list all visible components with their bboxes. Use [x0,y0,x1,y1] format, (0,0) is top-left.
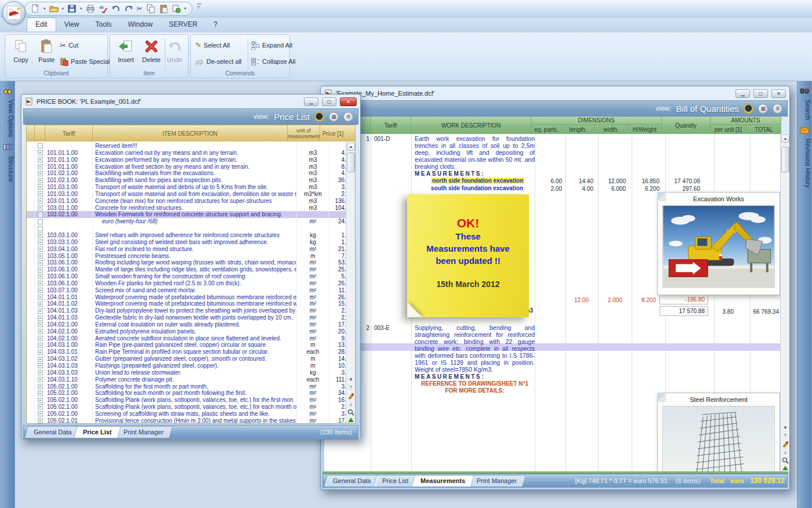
zoom-icon[interactable] [781,457,789,465]
expand-icon[interactable]: + [35,259,45,266]
expand-icon[interactable]: + [35,335,45,342]
expand-all-button[interactable]: Expand All [251,39,292,51]
work-description[interactable]: Supplying, cutting, bending andstraighte… [415,324,535,373]
expand-icon[interactable]: + [35,294,45,301]
price-list-row[interactable]: euro (twenty-four /68) m² 24.68 [27,218,355,225]
price-list-row[interactable]: − 103.02.1.00 Wooden Formwork for reinfo… [27,211,355,218]
col-tariff[interactable]: Tariff [45,125,93,141]
undo-icon[interactable] [111,3,121,14]
estimate-maximize-button[interactable]: ▢ [753,89,768,98]
price-list-row[interactable]: + 103.05.1.00 Prestressed concrete beams… [27,253,355,260]
view-eye-button[interactable] [314,112,324,122]
view-calculator-button[interactable]: ▦ [758,104,768,114]
save-icon[interactable] [67,3,77,14]
price-list-row[interactable] [27,225,355,232]
expand-icon[interactable]: + [35,253,45,260]
tab-window[interactable]: Window [120,18,161,31]
scroll-up-icon[interactable]: ▲ [781,135,789,143]
expand-icon[interactable]: − [35,211,45,218]
price-list-row[interactable]: Reserved item!!! [27,143,355,150]
expand-icon[interactable]: + [35,266,45,273]
est-tab-print-manager[interactable]: Print Manager [467,475,526,487]
rail-structure[interactable]: Structure [1,156,14,182]
copy-icon[interactable] [146,3,155,14]
tab-view[interactable]: View [56,18,88,31]
expand-icon[interactable]: + [35,369,45,376]
insert-button[interactable]: Insert [113,37,139,70]
collapse-all-button[interactable]: Collapse All [251,56,295,67]
price-list-row[interactable]: + 103.04.1.00 Flat roof or inclined to m… [27,246,355,253]
cut-button[interactable]: ✂ Cut [60,39,78,51]
est-tab-measurements[interactable]: Measurements [411,475,474,487]
measure-label-north[interactable]: north side foundation excavation [431,177,524,184]
col-amounts[interactable]: AMOUNTS [710,117,781,125]
price-list-row[interactable]: + 104.02.1.00 Extruded polystyrene insul… [27,328,355,335]
price-list-row[interactable]: + 101.03.1.00 Transport of waste materia… [27,191,355,198]
price-list-row[interactable]: + 104.02.1.00 External coat insulation o… [27,321,355,328]
expand-icon[interactable]: + [35,355,45,362]
price-list-row[interactable]: + 104.01.1.03 Dry-laid polypropylene tow… [27,307,355,314]
expand-icon[interactable]: + [35,184,45,191]
expand-icon[interactable]: + [35,198,45,205]
price-list-row[interactable]: + 104.03.1.01 Rain Pipe Terminal in prof… [27,349,355,355]
expand-icon[interactable]: + [35,383,45,390]
price-list-row[interactable]: + 101.01.1.00 Excavation performed by an… [27,157,355,164]
col-price[interactable]: Price [1] [320,125,346,141]
price-book-scrollbar[interactable]: ▲ ▼ ⤒ ⤓ [346,142,355,423]
price-list-row[interactable]: + 104.02.1.00 Aerated concrete subfloor … [27,335,355,342]
prev-item-icon[interactable]: ⤒ [781,433,789,440]
price-list-row[interactable]: + 103.06.1.00 Small wooden framing for t… [27,273,355,280]
price-list-row[interactable]: + 101.01.1.00 Excavation carried out by … [27,150,355,157]
price-list-row[interactable]: + 101.03.1.00 Transport of waste materia… [27,184,355,191]
goto-item-icon[interactable] [781,441,789,448]
expand-icon[interactable]: + [35,177,45,184]
steel-annotation-card[interactable]: Steel Reinforcement [657,393,780,471]
expand-icon[interactable]: + [35,239,45,246]
estimate-minimize-button[interactable]: ▁ [735,89,750,98]
paste-button[interactable]: Paste [33,37,60,70]
col-tariff[interactable]: Tariff [371,117,411,134]
open-dropdown-icon[interactable]: ▾ [62,6,64,11]
price-list-row[interactable]: + 101.02.1.00 Backfilling with sand for … [27,177,355,184]
price-list-row[interactable]: + 104.01.1.02 Waterproof covering made o… [27,300,355,307]
view-tools-button[interactable]: ⚙ [773,104,782,114]
price-list-row[interactable]: + 103.03.1.00 Steel grid consisting of w… [27,239,355,246]
expand-icon[interactable]: + [35,390,45,397]
view-eye-button[interactable] [744,104,753,114]
expand-icon[interactable]: + [35,328,45,335]
expand-icon[interactable]: + [35,232,45,239]
scrollbar-thumb[interactable] [781,147,789,172]
expand-icon[interactable]: + [35,191,45,198]
goto-item-icon[interactable] [347,393,355,400]
tab-help[interactable]: ? [205,18,226,31]
price-book-minimize-button[interactable]: ▁ [304,97,318,106]
price-list-row[interactable]: + 103.01.1.00 Concrete (lean mix) for no… [27,198,355,205]
estimate-scrollbar[interactable]: ▲ ▼ ⤒ ⤓ [780,134,789,471]
expand-icon[interactable]: + [35,150,45,157]
pb-tab-general-data[interactable]: General Data [24,426,81,438]
col-eq-parts[interactable]: eq. parts. [531,125,562,134]
price-list-row[interactable]: + 104.03.1.10 Polymer concrete drainage … [27,376,355,383]
expand-icon[interactable]: + [35,418,45,423]
expand-icon[interactable]: + [35,205,45,212]
rail-search[interactable]: Search [798,100,811,120]
save-dropdown-icon[interactable]: ▾ [80,6,82,11]
copy-button[interactable]: Copy [8,37,34,70]
expand-icon[interactable]: + [35,342,45,349]
expand-icon[interactable]: + [35,287,45,294]
est-tab-general-data[interactable]: General Data [324,475,380,487]
col-unit[interactable]: unit of measurement [288,125,320,141]
measure-label-south[interactable]: south side foundation excavation [431,185,523,191]
col-length[interactable]: length. [562,125,594,134]
col-quantity[interactable]: Quantity [662,117,710,134]
price-list-row[interactable]: + 104.01.1.03 Geotextile fabric in dry-l… [27,314,355,321]
expand-icon[interactable]: + [35,376,45,383]
price-list-row[interactable]: + 105.02.1.00 Screening of scaffolding w… [27,411,355,418]
expand-icon[interactable]: + [35,157,45,164]
estimate-table-body[interactable]: 1 001-D Earth work excavation for founda… [324,134,789,471]
paste-icon[interactable] [159,3,168,14]
price-list-row[interactable]: + 105.02.1.00 Scaffolding Plank (work pl… [27,404,355,411]
pb-tab-print-manager[interactable]: Print Manager [114,426,173,438]
col-dimensions[interactable]: DIMENSIONS [531,117,662,125]
expand-icon[interactable]: + [35,307,45,314]
